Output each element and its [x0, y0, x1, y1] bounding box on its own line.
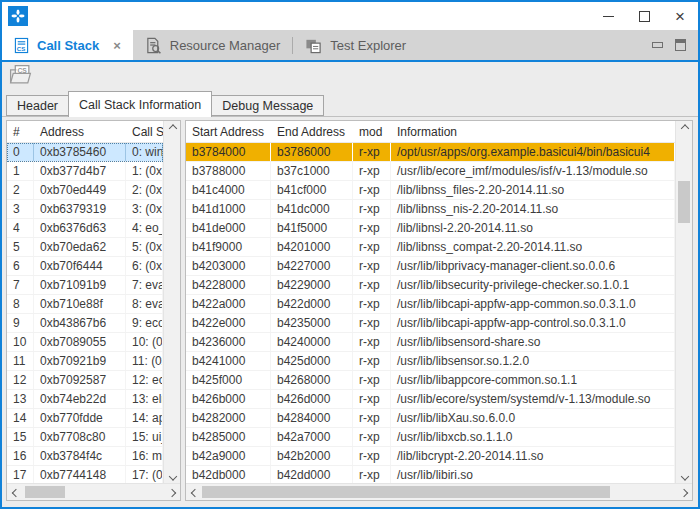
window-close-button[interactable]: ×: [662, 2, 698, 30]
window-minimize-button[interactable]: [590, 2, 626, 30]
table-cell: b4228000: [186, 276, 271, 294]
table-row[interactable]: 120xb709258712: ec: [7, 371, 163, 390]
horizontal-scrollbar-thumb[interactable]: [202, 486, 610, 498]
horizontal-scrollbar[interactable]: [186, 483, 692, 500]
table-row[interactable]: b4241000b425d000r-xp/usr/lib/libsensor.s…: [186, 352, 675, 371]
table-row[interactable]: 60xb70f64446: (0xb: [7, 257, 163, 276]
table-row[interactable]: b4282000b4284000r-xp/usr/lib/libXau.so.6…: [186, 409, 675, 428]
cs-folder-icon[interactable]: CS: [8, 64, 33, 89]
table-row[interactable]: b422e000b4235000r-xp/usr/lib/libcapi-app…: [186, 314, 675, 333]
table-cell: /usr/lib/libXau.so.6.0.0: [391, 409, 675, 427]
table-row[interactable]: b4236000b4240000r-xp/usr/lib/libsensord-…: [186, 333, 675, 352]
table-cell: 0xb74eb22d: [34, 390, 126, 408]
table-cell: 12: [7, 371, 34, 389]
restore-view-icon[interactable]: [675, 39, 686, 51]
column-header[interactable]: Start Address: [186, 121, 271, 142]
scroll-down-button[interactable]: [164, 466, 181, 483]
column-header[interactable]: End Address: [271, 121, 353, 142]
table-row[interactable]: 80xb710e88f8: evas: [7, 295, 163, 314]
table-row[interactable]: 20xb70ed4492: (0xb: [7, 181, 163, 200]
toolbar: CS: [2, 62, 698, 90]
scroll-right-button[interactable]: [163, 484, 180, 501]
table-row[interactable]: 00xb37854600: win: [7, 143, 163, 162]
table-row[interactable]: b4203000b4227000r-xp/usr/lib/libprivacy-…: [186, 257, 675, 276]
horizontal-scrollbar[interactable]: [7, 483, 180, 500]
table-row[interactable]: 70xb71091b97: evas: [7, 276, 163, 295]
scroll-left-button[interactable]: [186, 484, 203, 501]
table-row[interactable]: 140xb770fdde14: ap: [7, 409, 163, 428]
table-row[interactable]: 110xb70921b911: (0x: [7, 352, 163, 371]
table-row[interactable]: 100xb708905510: (0x: [7, 333, 163, 352]
table-row[interactable]: b422a000b422d000r-xp/usr/lib/libcapi-app…: [186, 295, 675, 314]
table-cell: r-xp: [353, 276, 391, 294]
table-cell: 12: ec: [126, 371, 163, 389]
table-cell: r-xp: [353, 181, 391, 199]
minimize-view-icon[interactable]: [652, 42, 663, 48]
table-cell: 15: [7, 428, 34, 446]
table-row[interactable]: 130xb74eb22d13: elm: [7, 390, 163, 409]
table-cell: 1: [7, 162, 34, 180]
scroll-left-button[interactable]: [7, 484, 24, 501]
table-row[interactable]: b425f000b4268000r-xp/usr/lib/libappcore-…: [186, 371, 675, 390]
table-cell: 16: [7, 447, 34, 465]
table-cell: /usr/lib/libappcore-common.so.1.1: [391, 371, 675, 389]
table-cell: b42a9000: [186, 447, 271, 465]
table-row[interactable]: 90xb43867b69: eco: [7, 314, 163, 333]
horizontal-scrollbar-thumb[interactable]: [25, 486, 65, 498]
table-row[interactable]: 150xb7708c8015: ui_: [7, 428, 163, 447]
scroll-right-button[interactable]: [675, 484, 692, 501]
column-header[interactable]: mod: [353, 121, 391, 142]
table-cell: r-xp: [353, 200, 391, 218]
table-cell: 11: (0x: [126, 352, 163, 370]
table-row[interactable]: b3784000b3786000r-xp/opt/usr/apps/org.ex…: [186, 143, 675, 162]
column-header[interactable]: Call Stack: [126, 121, 163, 142]
column-header[interactable]: Information: [391, 121, 675, 142]
column-header[interactable]: #: [7, 121, 34, 142]
table-row[interactable]: 160xb3784f4c16: ma: [7, 447, 163, 466]
tab-call-stack-information[interactable]: Call Stack Information: [68, 91, 212, 117]
table-row[interactable]: b4285000b42a7000r-xp/usr/lib/libxcb.so.1…: [186, 428, 675, 447]
vertical-scrollbar[interactable]: [163, 121, 180, 483]
tab-call-stack[interactable]: CS Call Stack ×: [2, 30, 133, 60]
tab-debug-message[interactable]: Debug Message: [211, 95, 324, 116]
table-row[interactable]: b42a9000b42b2000r-xp/lib/libcrypt-2.20-2…: [186, 447, 675, 466]
table-cell: 0xb770fdde: [34, 409, 126, 427]
table-row[interactable]: b42db000b42dd000r-xp/usr/lib/libiri.so: [186, 466, 675, 483]
table-row[interactable]: b41c4000b41cf000r-xp/lib/libnss_files-2.…: [186, 181, 675, 200]
table-cell: 0xb43867b6: [34, 314, 126, 332]
vertical-scrollbar-thumb[interactable]: [678, 181, 690, 223]
table-cell: 7: [7, 276, 34, 294]
vertical-scrollbar[interactable]: [675, 121, 692, 483]
table-row[interactable]: b41f9000b4201000r-xp/lib/libnss_compat-2…: [186, 238, 675, 257]
table-row[interactable]: b41de000b41f5000r-xp/lib/libnsl-2.20-201…: [186, 219, 675, 238]
tab-resource-manager[interactable]: Resource Manager: [133, 30, 293, 60]
table-row[interactable]: 40xb6376d634: eo_: [7, 219, 163, 238]
chevron-down-icon: [168, 472, 176, 480]
scroll-up-button[interactable]: [164, 121, 181, 138]
table-cell: 14: ap: [126, 409, 163, 427]
table-row[interactable]: 170xb774414817: (0x: [7, 466, 163, 483]
table-row[interactable]: b41d1000b41dc000r-xp/lib/libnss_nis-2.20…: [186, 200, 675, 219]
table-cell: /lib/libnss_nis-2.20-2014.11.so: [391, 200, 675, 218]
tab-header[interactable]: Header: [6, 95, 69, 116]
scroll-down-button[interactable]: [676, 466, 693, 483]
table-cell: b41dc000: [271, 200, 353, 218]
table-cell: 6: (0xb: [126, 257, 163, 275]
table-row[interactable]: 10xb377d4b71: (0xb: [7, 162, 163, 181]
subtab-bar: Header Call Stack Information Debug Mess…: [2, 90, 698, 116]
table-cell: r-xp: [353, 447, 391, 465]
table-row[interactable]: b426b000b426d000r-xp/usr/lib/ecore/syste…: [186, 390, 675, 409]
table-cell: b41c4000: [186, 181, 271, 199]
table-row[interactable]: 30xb63793193: (0xb: [7, 200, 163, 219]
table-row[interactable]: 50xb70eda625: (0xb: [7, 238, 163, 257]
column-header[interactable]: Address: [34, 121, 126, 142]
window-maximize-button[interactable]: [626, 2, 662, 30]
tab-test-explorer[interactable]: Test Explorer: [293, 30, 418, 60]
scroll-up-button[interactable]: [676, 121, 693, 138]
table-cell: b42db000: [186, 466, 271, 483]
table-row[interactable]: b4228000b4229000r-xp/usr/lib/libsecurity…: [186, 276, 675, 295]
table-cell: 0xb70eda62: [34, 238, 126, 256]
tab-close-icon[interactable]: ×: [113, 39, 121, 52]
table-row[interactable]: b3788000b37c1000r-xp/usr/lib/ecore_imf/m…: [186, 162, 675, 181]
table-cell: /usr/lib/ecore_imf/modules/isf/v-1.13/mo…: [391, 162, 675, 180]
